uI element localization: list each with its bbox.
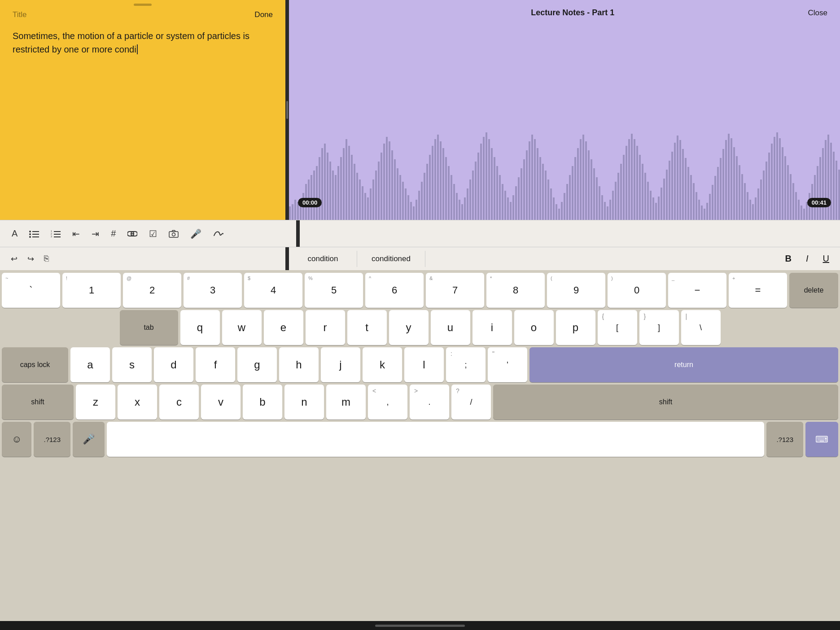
key-t[interactable]: t (347, 310, 387, 345)
key-rbracket[interactable]: } ] (639, 310, 679, 345)
underline-button[interactable]: U (819, 252, 833, 266)
key-i[interactable]: i (472, 310, 512, 345)
key-q[interactable]: q (180, 310, 220, 345)
svg-rect-182 (779, 138, 781, 220)
key-amp-7[interactable]: & 7 (426, 273, 484, 308)
bold-button[interactable]: B (782, 252, 795, 266)
key-g[interactable]: g (237, 347, 277, 382)
svg-rect-138 (661, 188, 662, 220)
undo-button[interactable]: ↩ (7, 251, 21, 267)
key-shift-left[interactable]: shift (2, 385, 74, 420)
key-b[interactable]: b (243, 385, 282, 420)
scribble-button[interactable] (210, 228, 227, 240)
key-question-slash[interactable]: ? / (451, 385, 491, 420)
key-lbracket[interactable]: { [ (598, 310, 637, 345)
font-button[interactable]: A (9, 226, 20, 241)
key-star-8[interactable]: * 8 (486, 273, 545, 308)
key-z[interactable]: z (76, 385, 115, 420)
key-m[interactable]: m (326, 385, 366, 420)
hashtag-button[interactable]: # (108, 226, 118, 241)
key-o[interactable]: o (514, 310, 554, 345)
checkbox-button[interactable]: ☑ (146, 226, 160, 242)
key-s[interactable]: s (112, 347, 152, 382)
key-exclaim-1[interactable]: ! 1 (62, 273, 121, 308)
key-number-symbol-right[interactable]: .?123 (766, 422, 803, 457)
key-at-2[interactable]: @ 2 (123, 273, 181, 308)
indent-increase-button[interactable]: ⇥ (89, 226, 102, 242)
svg-rect-141 (669, 161, 670, 220)
link-button[interactable] (125, 228, 140, 240)
notes-done-button[interactable]: Done (254, 10, 273, 19)
key-return[interactable]: return (529, 347, 838, 382)
key-f[interactable]: f (196, 347, 235, 382)
key-dollar-4[interactable]: $ 4 (244, 273, 302, 308)
key-caret-6[interactable]: ^ 6 (365, 273, 424, 308)
key-lt-comma[interactable]: < , (368, 385, 407, 420)
key-pipe-backslash[interactable]: | \ (681, 310, 721, 345)
key-w[interactable]: w (222, 310, 262, 345)
key-keyboard-dismiss[interactable]: ⌨ (805, 422, 838, 457)
svg-rect-119 (609, 200, 611, 220)
key-caps-lock[interactable]: caps lock (2, 347, 68, 382)
key-tab[interactable]: tab (120, 310, 178, 345)
svg-rect-121 (615, 182, 617, 220)
key-u[interactable]: u (431, 310, 470, 345)
key-delete[interactable]: delete (789, 273, 838, 308)
key-number-symbol-left[interactable]: .?123 (34, 422, 70, 457)
italic-button[interactable]: I (802, 252, 812, 266)
key-space[interactable] (107, 422, 764, 457)
indent-decrease-button[interactable]: ⇤ (70, 226, 83, 242)
key-j[interactable]: j (321, 347, 360, 382)
svg-rect-92 (537, 148, 538, 220)
key-n[interactable]: n (284, 385, 324, 420)
split-divider[interactable] (285, 0, 289, 220)
ordered-list-button[interactable]: 123 (48, 227, 63, 241)
lecture-close-button[interactable]: Close (808, 9, 827, 18)
key-quote-apostrophe[interactable]: " ' (488, 347, 527, 382)
svg-rect-62 (456, 193, 458, 220)
suggestion-conditioned[interactable]: conditioned (357, 251, 425, 267)
key-tilde-backtick[interactable]: ~ ` (2, 273, 60, 308)
key-percent-5[interactable]: % 5 (305, 273, 363, 308)
key-l[interactable]: l (404, 347, 444, 382)
key-underscore-minus[interactable]: _ − (668, 273, 726, 308)
key-p[interactable]: p (556, 310, 595, 345)
key-h[interactable]: h (279, 347, 319, 382)
key-gt-period[interactable]: > . (410, 385, 449, 420)
camera-button[interactable] (166, 227, 181, 241)
key-emoji[interactable]: ☺ (2, 422, 31, 457)
unordered-list-button[interactable] (26, 227, 42, 241)
key-y[interactable]: y (389, 310, 429, 345)
key-a[interactable]: a (70, 347, 110, 382)
key-microphone-bottom[interactable]: 🎤 (73, 422, 105, 457)
suggestion-condition[interactable]: condition (289, 251, 357, 267)
svg-rect-136 (655, 203, 657, 220)
svg-rect-151 (696, 192, 697, 220)
key-k[interactable]: k (363, 347, 402, 382)
key-x[interactable]: x (118, 385, 157, 420)
svg-rect-129 (636, 146, 638, 220)
key-v[interactable]: v (201, 385, 241, 420)
svg-rect-58 (445, 157, 447, 220)
key-hash-3[interactable]: # 3 (184, 273, 242, 308)
mic-button[interactable]: 🎤 (188, 226, 204, 242)
key-plus-equals[interactable]: + = (729, 273, 787, 308)
key-d[interactable]: d (154, 347, 193, 382)
key-lparen-9[interactable]: ( 9 (547, 273, 605, 308)
key-colon-semicolon[interactable]: : ; (446, 347, 486, 382)
notes-content[interactable]: Sometimes, the motion of a particle or s… (0, 24, 285, 220)
svg-rect-125 (626, 146, 627, 220)
paste-button[interactable]: ⎘ (40, 251, 52, 267)
svg-rect-163 (728, 134, 730, 220)
redo-button[interactable]: ↪ (24, 251, 38, 267)
key-r[interactable]: r (306, 310, 345, 345)
key-rparen-0[interactable]: ) 0 (608, 273, 666, 308)
key-shift-right[interactable]: shift (493, 385, 838, 420)
waveform-container[interactable]: .bar { fill: #9B91C0; } (289, 130, 840, 220)
home-bar (375, 625, 465, 627)
svg-rect-63 (459, 200, 460, 220)
key-e[interactable]: e (264, 310, 303, 345)
key-c[interactable]: c (159, 385, 199, 420)
notes-header: Title Done (0, 6, 285, 24)
svg-rect-180 (774, 137, 775, 220)
